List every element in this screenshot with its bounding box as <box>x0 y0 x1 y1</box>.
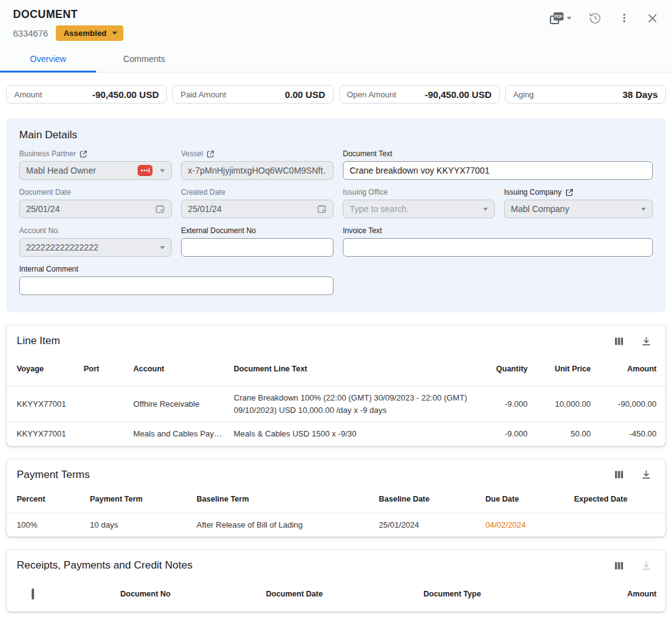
col-quantity: Quantity <box>477 357 529 381</box>
external-link-icon[interactable] <box>79 150 87 158</box>
pdf-icon: PDF <box>550 12 564 24</box>
page-title: DOCUMENT <box>13 8 123 21</box>
calendar-icon[interactable] <box>317 204 327 214</box>
document-date-label: Document Date <box>19 188 71 197</box>
main-details-title: Main Details <box>19 129 653 141</box>
external-link-icon[interactable] <box>206 150 214 158</box>
tab-comments[interactable]: Comments <box>96 46 192 72</box>
amount-label: Amount <box>14 90 42 99</box>
choose-columns-button[interactable] <box>614 469 624 480</box>
more-menu-button[interactable] <box>619 12 630 24</box>
history-icon <box>588 11 602 25</box>
choose-columns-button[interactable] <box>614 560 624 571</box>
close-icon <box>647 12 658 24</box>
invoice-text-input[interactable] <box>343 238 653 257</box>
business-partner-select[interactable]: Mabl Head Owner <box>19 161 172 180</box>
payment-terms-header-row: Percent Payment Term Baseline Term Basel… <box>7 486 665 513</box>
external-document-no-input[interactable] <box>181 238 334 257</box>
tab-overview[interactable]: Overview <box>0 46 96 72</box>
issuing-office-label: Issuing Office <box>343 188 387 197</box>
download-icon <box>641 336 652 347</box>
vessel-field: Vessel x-7pMnHjyjimtxgHOq6WC0M9SNft… <box>181 149 334 180</box>
open-amount-value: -90,450.00 USD <box>425 89 492 100</box>
created-date-input[interactable]: 25/01/24 <box>181 200 334 218</box>
credit-alert-icon[interactable] <box>138 165 153 176</box>
created-date-field: Created Date 25/01/24 <box>181 188 334 218</box>
internal-comment-label: Internal Comment <box>19 265 78 273</box>
col-baseline-date: Baseline Date <box>379 487 485 511</box>
issuing-office-select[interactable]: Type to search. <box>343 200 495 218</box>
chevron-down-icon <box>567 17 572 20</box>
status-badge[interactable]: Assembled <box>56 25 123 41</box>
open-amount-card: Open Amount -90,450.00 USD <box>339 85 500 104</box>
col-unit-price: Unit Price <box>529 357 592 381</box>
external-document-no-field: External Document No <box>181 226 334 257</box>
summary-row: Amount -90,450.00 USD Paid Amount 0.00 U… <box>6 85 666 104</box>
col-amount: Amount <box>585 582 658 606</box>
columns-icon <box>614 469 624 480</box>
col-document-no: Document No <box>120 582 266 606</box>
invoice-text-label: Invoice Text <box>343 226 382 235</box>
issuing-company-field: Issuing Company Mabl Company <box>504 188 653 218</box>
col-document-line-text: Document Line Text <box>234 357 477 381</box>
col-account: Account <box>133 357 234 381</box>
payment-term-row[interactable]: 100% 10 days After Release of Bill of La… <box>7 513 665 537</box>
paid-amount-card: Paid Amount 0.00 USD <box>172 85 333 104</box>
invoice-text-field: Invoice Text <box>343 226 653 257</box>
business-partner-label: Business Partner <box>19 149 76 158</box>
status-label: Assembled <box>63 29 106 38</box>
col-amount: Amount <box>592 357 658 381</box>
line-item-row[interactable]: KKYYX77001 Offhire Receivable Crane Brea… <box>7 386 665 422</box>
download-button[interactable] <box>641 469 652 480</box>
created-date-label: Created Date <box>181 188 225 197</box>
amount-card: Amount -90,450.00 USD <box>6 85 167 104</box>
amount-value: -90,450.00 USD <box>92 89 159 100</box>
chevron-down-icon <box>160 246 165 249</box>
internal-comment-field: Internal Comment <box>19 265 334 295</box>
columns-icon <box>614 336 624 347</box>
vessel-label: Vessel <box>181 149 203 158</box>
pdf-export-button[interactable]: PDF <box>550 12 572 24</box>
issuing-company-select[interactable]: Mabl Company <box>504 200 653 218</box>
download-button[interactable] <box>641 336 652 347</box>
close-button[interactable] <box>647 12 658 24</box>
document-header: DOCUMENT 6334676 Assembled PDF <box>0 0 672 73</box>
col-port: Port <box>84 357 133 381</box>
account-no-label: Account No. <box>19 226 60 235</box>
line-item-row[interactable]: KKYYX77001 Meals and Cables Pay… Meals &… <box>7 422 665 446</box>
col-due-date: Due Date <box>485 487 574 511</box>
kebab-menu-icon <box>619 12 630 24</box>
line-item-title: Line Item <box>17 335 60 347</box>
line-item-header-row: Voyage Port Account Document Line Text Q… <box>7 352 665 386</box>
vessel-input[interactable]: x-7pMnHjyjimtxgHOq6WC0M9SNft… <box>181 161 334 180</box>
document-text-input[interactable] <box>343 161 653 180</box>
open-amount-label: Open Amount <box>347 90 397 99</box>
col-document-type: Document Type <box>423 582 585 606</box>
receipts-title: Receipts, Payments and Credit Notes <box>17 559 192 572</box>
chevron-down-icon <box>641 208 646 211</box>
col-voyage: Voyage <box>17 357 84 381</box>
calendar-icon[interactable] <box>155 204 165 214</box>
account-no-select[interactable]: 222222222222222 <box>19 238 172 257</box>
download-button-disabled <box>641 560 652 571</box>
receipts-header-row: Document No Document Date Document Type … <box>7 577 665 611</box>
document-date-field: Document Date 25/01/24 <box>19 188 172 218</box>
select-all-checkbox[interactable] <box>32 588 34 600</box>
internal-comment-input[interactable] <box>19 277 334 295</box>
choose-columns-button[interactable] <box>614 336 624 347</box>
business-partner-field: Business Partner Mabl Head Owner <box>19 149 172 180</box>
chevron-down-icon <box>160 169 165 172</box>
document-text-field: Document Text <box>343 149 653 180</box>
issuing-company-label: Issuing Company <box>504 188 562 197</box>
receipts-section: Receipts, Payments and Credit Notes Docu… <box>6 549 666 612</box>
document-date-input[interactable]: 25/01/24 <box>19 200 172 218</box>
history-button[interactable] <box>588 11 602 25</box>
col-document-date: Document Date <box>266 582 423 606</box>
col-expected-date: Expected Date <box>574 487 658 511</box>
line-item-section: Line Item Voyage Port Account Document L… <box>6 325 666 446</box>
main-details-section: Main Details Business Partner Mabl Head … <box>6 118 666 312</box>
external-link-icon[interactable] <box>565 188 573 197</box>
account-no-field: Account No. 222222222222222 <box>19 226 172 257</box>
document-number: 6334676 <box>13 29 48 38</box>
aging-value: 38 Days <box>622 89 658 100</box>
